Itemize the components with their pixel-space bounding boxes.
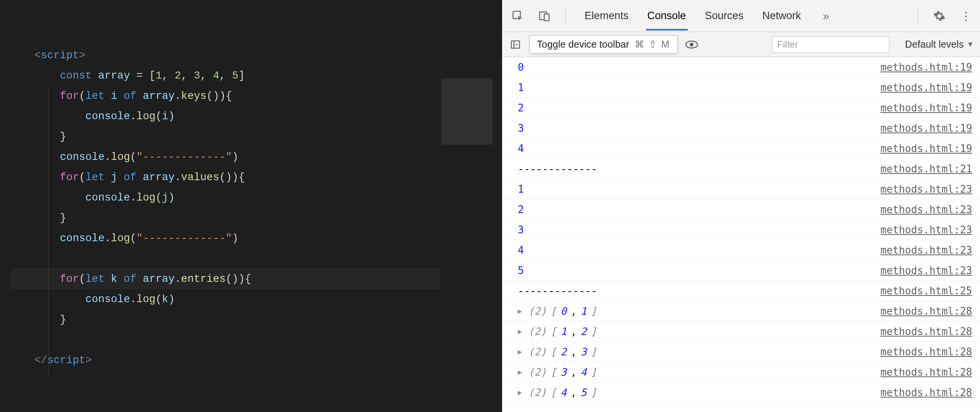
array-bracket: [ — [551, 387, 557, 398]
console-message: 2 — [518, 204, 880, 215]
console-message: 1 — [518, 183, 880, 195]
console-source-link[interactable]: methods.html:28 — [880, 387, 972, 398]
settings-icon[interactable] — [932, 8, 947, 24]
array-bracket: ] — [590, 326, 597, 337]
console-message: 2 — [518, 102, 880, 114]
console-source-link[interactable]: methods.html:23 — [880, 265, 972, 276]
console-message: ▶(2) [3, 4] — [518, 366, 880, 378]
console-message: ▶(2) [1, 2] — [518, 326, 880, 337]
console-source-link[interactable]: methods.html:28 — [880, 366, 972, 378]
tooltip-shortcut: ⌘ ⇧ M — [635, 39, 670, 50]
array-bracket: ] — [590, 346, 597, 358]
console-source-link[interactable]: methods.html:28 — [880, 326, 972, 337]
console-value-number: 4 — [518, 143, 524, 154]
console-row: 4methods.html:19 — [502, 138, 980, 159]
disclosure-triangle-icon[interactable]: ▶ — [518, 307, 522, 315]
disclosure-triangle-icon[interactable]: ▶ — [518, 368, 522, 376]
console-value-number: 1 — [518, 183, 524, 195]
console-source-link[interactable]: methods.html:23 — [880, 204, 972, 215]
devtools-tabbar: Elements Console Sources Network » ⋮ — [502, 0, 980, 32]
array-length: (2) — [528, 366, 547, 378]
console-source-link[interactable]: methods.html:19 — [880, 122, 972, 134]
console-row: 5methods.html:23 — [502, 260, 980, 281]
console-source-link[interactable]: methods.html:19 — [880, 102, 972, 114]
live-expression-icon[interactable] — [685, 38, 699, 52]
disclosure-triangle-icon[interactable]: ▶ — [518, 327, 522, 335]
console-row: -------------methods.html:21 — [502, 159, 980, 179]
console-message: 1 — [518, 82, 880, 93]
tab-elements[interactable]: Elements — [583, 1, 630, 30]
device-toolbar-icon[interactable] — [536, 8, 552, 24]
editor-code[interactable]: <script> const array = [1, 2, 3, 4, 5] f… — [11, 0, 502, 371]
console-source-link[interactable]: methods.html:25 — [880, 285, 972, 297]
console-row: 3methods.html:19 — [502, 118, 980, 138]
tab-network[interactable]: Network — [761, 1, 803, 30]
console-message: ------------- — [518, 163, 880, 175]
console-message: 3 — [518, 122, 880, 134]
array-bracket: ] — [590, 387, 597, 398]
console-filter-input[interactable] — [772, 36, 889, 53]
console-source-link[interactable]: methods.html:19 — [880, 61, 972, 73]
array-length: (2) — [528, 305, 547, 317]
devtools-tabs: Elements Console Sources Network » — [583, 1, 834, 30]
device-toolbar-tooltip: Toggle device toolbar ⌘ ⇧ M — [529, 35, 678, 54]
console-row: ▶(2) [0, 1]methods.html:28 — [502, 301, 980, 321]
log-levels-label: Default levels — [905, 39, 964, 50]
console-value-number: 3 — [518, 122, 524, 134]
console-source-link[interactable]: methods.html:19 — [880, 82, 972, 93]
code-editor[interactable]: <script> const array = [1, 2, 3, 4, 5] f… — [0, 0, 502, 412]
console-message: 4 — [518, 244, 880, 256]
console-source-link[interactable]: methods.html:23 — [880, 244, 972, 256]
more-tabs-icon[interactable]: » — [818, 8, 834, 24]
tabbar-divider — [565, 8, 566, 24]
array-length: (2) — [528, 346, 547, 358]
console-row: 2methods.html:23 — [502, 199, 980, 220]
tab-sources[interactable]: Sources — [703, 1, 745, 30]
console-row: ▶(2) [4, 5]methods.html:28 — [502, 382, 980, 403]
console-message: 0 — [518, 61, 880, 73]
console-value-number: 2 — [518, 102, 524, 114]
tabbar-divider — [918, 8, 918, 24]
console-source-link[interactable]: methods.html:28 — [880, 346, 972, 358]
tab-console[interactable]: Console — [646, 1, 688, 30]
svg-rect-2 — [544, 14, 549, 20]
dropdown-icon: ▼ — [967, 40, 974, 48]
inspect-element-icon[interactable] — [510, 8, 526, 24]
devtools-panel: Elements Console Sources Network » ⋮ Tog… — [502, 0, 980, 412]
console-message: ▶(2) [4, 5] — [518, 387, 880, 398]
console-value-number: 1 — [518, 82, 524, 93]
editor-minimap[interactable] — [439, 0, 502, 412]
console-source-link[interactable]: methods.html:19 — [880, 143, 972, 154]
console-message: 5 — [518, 265, 880, 276]
console-row: 1methods.html:19 — [502, 77, 980, 98]
console-source-link[interactable]: methods.html:28 — [880, 305, 972, 317]
console-row: ▶(2) [1, 2]methods.html:28 — [502, 321, 980, 342]
array-item: 2 — [560, 346, 567, 358]
console-row: 3methods.html:23 — [502, 220, 980, 240]
more-menu-icon[interactable]: ⋮ — [958, 8, 974, 24]
console-message: ▶(2) [0, 1] — [518, 305, 880, 317]
log-levels-dropdown[interactable]: Default levels ▼ — [896, 39, 974, 50]
console-value-number: 3 — [518, 224, 524, 236]
console-value-number: 0 — [518, 61, 524, 73]
console-source-link[interactable]: methods.html:21 — [880, 163, 972, 175]
console-message: 3 — [518, 224, 880, 236]
console-message: ------------- — [518, 285, 880, 297]
disclosure-triangle-icon[interactable]: ▶ — [518, 388, 522, 396]
console-sidebar-toggle-icon[interactable] — [508, 38, 522, 52]
console-row: 4methods.html:23 — [502, 240, 980, 260]
console-value-string: ------------- — [518, 285, 597, 297]
array-item: 3 — [581, 346, 587, 358]
console-row: 0methods.html:19 — [502, 57, 980, 77]
tooltip-text: Toggle device toolbar — [537, 39, 629, 50]
console-source-link[interactable]: methods.html:23 — [880, 183, 972, 195]
console-source-link[interactable]: methods.html:23 — [880, 224, 972, 236]
array-item: 3 — [560, 366, 567, 378]
array-item: 0 — [560, 305, 567, 317]
console-output[interactable]: 0methods.html:191methods.html:192methods… — [502, 57, 980, 412]
console-value-number: 5 — [518, 265, 524, 276]
console-value-string: ------------- — [518, 163, 597, 175]
array-bracket: ] — [590, 366, 597, 378]
disclosure-triangle-icon[interactable]: ▶ — [518, 348, 522, 356]
array-bracket: [ — [551, 326, 557, 337]
